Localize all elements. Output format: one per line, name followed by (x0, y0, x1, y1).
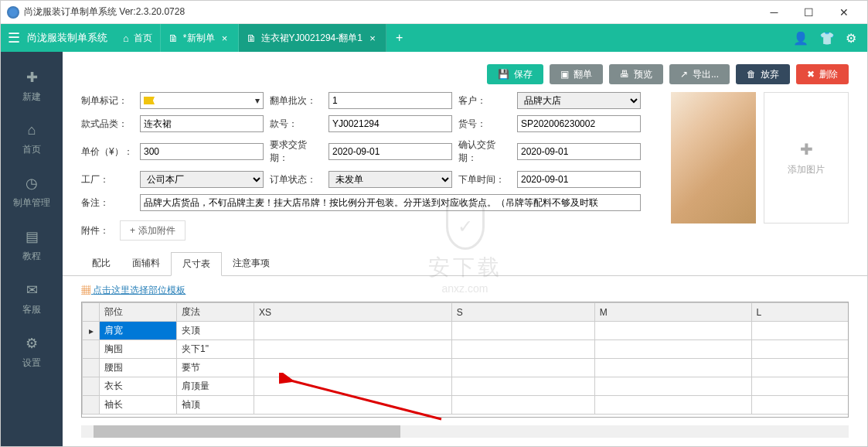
tab-dress-order[interactable]: 🗎 连衣裙YJ0021294-翻单1 × (239, 24, 386, 52)
sidebar-item-orders[interactable]: ◷制单管理 (1, 165, 63, 219)
tab-label: 连衣裙YJ0021294-翻单1 (261, 32, 363, 45)
template-link-row: 点击这里选择部位模板 (63, 276, 867, 302)
batch-input[interactable] (328, 92, 452, 109)
label-attach: 附件： (81, 224, 109, 237)
add-image-button[interactable]: ✚ 添加图片 (764, 92, 849, 224)
close-icon[interactable]: × (220, 32, 230, 43)
sidebar: ✚新建 ⌂首页 ◷制单管理 ▤教程 ✉客服 ⚙设置 (1, 52, 63, 446)
user-icon[interactable]: 👤 (793, 31, 808, 46)
window-title: 尚泷服装订单制单系统 Ver:2.3.20.0728 (24, 5, 757, 19)
document-icon: 🗎 (168, 32, 179, 44)
menu-toggle[interactable]: ☰ (1, 24, 27, 52)
table-row[interactable]: 腰围 要节 (83, 359, 849, 377)
label-category: 款式品类： (81, 118, 134, 131)
table-row[interactable]: 衣长 肩顶量 (83, 377, 849, 396)
trash-icon: 🗑 (747, 69, 756, 80)
order-time-input[interactable] (517, 171, 641, 188)
remark-input[interactable] (140, 194, 641, 211)
plus-icon: ✚ (800, 140, 813, 159)
export-button[interactable]: ↗导出... (669, 64, 730, 84)
col-method: 度法 (177, 303, 254, 322)
discard-button[interactable]: 🗑放弃 (736, 64, 790, 84)
sku-input[interactable] (517, 115, 641, 132)
product-image[interactable] (671, 92, 756, 224)
document-icon: 🗎 (247, 32, 257, 44)
customer-select[interactable]: 品牌大店 (517, 92, 641, 109)
label-order-time: 下单时间： (458, 173, 511, 186)
sidebar-item-new[interactable]: ✚新建 (1, 60, 63, 113)
col-l: L (751, 303, 849, 322)
export-icon: ↗ (680, 69, 688, 80)
col-part: 部位 (100, 303, 177, 322)
tab-label: *新制单 (183, 32, 215, 45)
style-no-input[interactable] (328, 115, 452, 132)
label-remark: 备注： (81, 196, 134, 210)
duplicate-icon: ▣ (560, 69, 569, 80)
preview-button[interactable]: 🖶预览 (609, 64, 663, 84)
save-icon: 💾 (498, 69, 509, 80)
topbar: ☰ 尚泷服装制单系统 ⌂ 首页 🗎 *新制单 × 🗎 连衣裙YJ0021294-… (1, 24, 867, 52)
close-button[interactable]: ✕ (826, 4, 861, 21)
add-attachment-button[interactable]: +添加附件 (120, 220, 186, 241)
table-row[interactable]: 袖长 袖顶 (83, 396, 849, 415)
sidebar-item-home[interactable]: ⌂首页 (1, 113, 63, 165)
chat-icon: ✉ (26, 282, 38, 299)
table-row[interactable]: ▸ 肩宽 夹顶 (83, 322, 849, 340)
label-confirm-date: 确认交货期： (458, 138, 511, 165)
home-icon: ⌂ (28, 122, 36, 138)
flag-icon (144, 97, 155, 104)
factory-select[interactable]: 公司本厂 (140, 171, 264, 188)
status-select[interactable]: 未发单 (328, 171, 452, 188)
save-button[interactable]: 💾保存 (487, 64, 543, 84)
book-icon: ▤ (26, 228, 39, 245)
label-batch: 翻单批次： (270, 94, 322, 107)
plus-icon: + (130, 225, 135, 236)
sidebar-item-support[interactable]: ✉客服 (1, 272, 63, 326)
maximize-button[interactable]: ☐ (791, 4, 826, 21)
subtabs: 配比 面辅料 尺寸表 注意事项 (63, 251, 867, 276)
table-row[interactable]: 胸围 夹下1" (83, 340, 849, 359)
tshirt-icon[interactable]: 👕 (819, 31, 835, 46)
require-date-input[interactable] (328, 143, 452, 160)
subtab-size[interactable]: 尺寸表 (171, 252, 222, 276)
tab-home[interactable]: ⌂ 首页 (115, 24, 161, 52)
label-sku: 货号： (458, 118, 511, 131)
app-icon (7, 6, 19, 19)
subtab-ratio[interactable]: 配比 (81, 252, 121, 276)
category-input[interactable] (140, 115, 264, 132)
delete-button[interactable]: ✖删除 (796, 64, 849, 84)
col-xs: XS (254, 303, 452, 322)
label-flag: 制单标记： (81, 94, 134, 107)
tab-label: 首页 (134, 32, 152, 45)
home-icon: ⌂ (123, 32, 129, 44)
content: ✓ 安下载 anxz.com 💾保存 ▣翻单 🖶预览 ↗导出... 🗑放弃 ✖删… (63, 52, 867, 446)
sidebar-item-tutorial[interactable]: ▤教程 (1, 219, 63, 272)
settings-icon[interactable]: ⚙ (846, 31, 856, 46)
label-style-no: 款号： (270, 118, 322, 131)
label-customer: 客户： (458, 94, 511, 107)
add-tab-button[interactable]: + (386, 24, 412, 52)
subtab-notes[interactable]: 注意事项 (222, 252, 281, 276)
flag-select[interactable]: ▾ (140, 92, 264, 109)
chevron-down-icon: ▾ (255, 95, 260, 106)
price-input[interactable] (140, 143, 264, 160)
print-icon: 🖶 (620, 69, 629, 80)
template-link[interactable]: 点击这里选择部位模板 (81, 285, 186, 295)
minimize-button[interactable]: ─ (757, 4, 791, 21)
form: 制单标记： ▾ 翻单批次： 客户： 品牌大店 款式品类： 款号： 货号： 单价（… (63, 92, 867, 248)
col-m: M (594, 303, 751, 322)
app-name: 尚泷服装制单系统 (27, 31, 115, 45)
clock-icon: ◷ (26, 175, 38, 192)
close-icon[interactable]: × (367, 32, 378, 43)
label-price: 单价（¥）： (81, 145, 134, 159)
subtab-materials[interactable]: 面辅料 (121, 252, 171, 276)
col-s: S (451, 303, 594, 322)
gear-icon: ⚙ (26, 335, 38, 352)
horizontal-scrollbar[interactable] (81, 425, 849, 438)
confirm-date-input[interactable] (517, 143, 641, 160)
label-require-date: 要求交货期： (270, 138, 322, 165)
sidebar-item-settings[interactable]: ⚙设置 (1, 326, 63, 379)
tab-new-order[interactable]: 🗎 *新制单 × (161, 24, 239, 52)
duplicate-button[interactable]: ▣翻单 (550, 64, 603, 84)
image-panel: ✚ 添加图片 (671, 92, 849, 241)
